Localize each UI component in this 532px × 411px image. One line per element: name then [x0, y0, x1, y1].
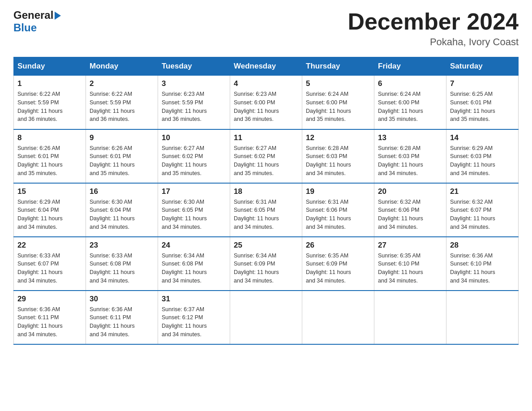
day-number: 26 [306, 241, 370, 250]
calendar-cell: 16 Sunrise: 6:30 AM Sunset: 6:04 PM Dayl… [86, 183, 158, 237]
weekday-header-sunday: Sunday [14, 57, 86, 76]
calendar-cell [446, 291, 519, 344]
weekday-header-saturday: Saturday [446, 57, 519, 76]
calendar-cell: 10 Sunrise: 6:27 AM Sunset: 6:02 PM Dayl… [158, 129, 230, 183]
day-number: 9 [90, 133, 154, 142]
day-info: Sunrise: 6:36 AM Sunset: 6:11 PM Dayligh… [90, 306, 135, 338]
calendar-table: SundayMondayTuesdayWednesdayThursdayFrid… [13, 57, 519, 345]
day-info: Sunrise: 6:22 AM Sunset: 5:59 PM Dayligh… [17, 91, 63, 122]
day-number: 21 [450, 187, 515, 196]
logo: General Blue [13, 9, 61, 34]
calendar-cell: 26 Sunrise: 6:35 AM Sunset: 6:09 PM Dayl… [302, 237, 374, 291]
weekday-header-friday: Friday [374, 57, 446, 76]
calendar-cell: 8 Sunrise: 6:26 AM Sunset: 6:01 PM Dayli… [14, 129, 86, 183]
day-number: 28 [450, 241, 515, 250]
day-number: 1 [17, 79, 82, 88]
day-info: Sunrise: 6:24 AM Sunset: 6:00 PM Dayligh… [378, 91, 423, 122]
calendar-cell: 5 Sunrise: 6:24 AM Sunset: 6:00 PM Dayli… [302, 76, 374, 129]
day-info: Sunrise: 6:25 AM Sunset: 6:01 PM Dayligh… [450, 91, 495, 122]
calendar-week-1: 1 Sunrise: 6:22 AM Sunset: 5:59 PM Dayli… [14, 76, 519, 129]
calendar-cell: 12 Sunrise: 6:28 AM Sunset: 6:03 PM Dayl… [302, 129, 374, 183]
calendar-week-5: 29 Sunrise: 6:36 AM Sunset: 6:11 PM Dayl… [14, 291, 519, 344]
day-info: Sunrise: 6:23 AM Sunset: 5:59 PM Dayligh… [162, 91, 207, 122]
day-number: 7 [450, 79, 515, 88]
calendar-cell: 15 Sunrise: 6:29 AM Sunset: 6:04 PM Dayl… [14, 183, 86, 237]
day-number: 30 [90, 295, 154, 304]
weekday-header-monday: Monday [86, 57, 158, 76]
calendar-week-2: 8 Sunrise: 6:26 AM Sunset: 6:01 PM Dayli… [14, 129, 519, 183]
day-number: 24 [162, 241, 226, 250]
day-info: Sunrise: 6:30 AM Sunset: 6:04 PM Dayligh… [90, 199, 135, 230]
day-info: Sunrise: 6:31 AM Sunset: 6:05 PM Dayligh… [234, 199, 279, 230]
weekday-header-wednesday: Wednesday [230, 57, 302, 76]
calendar-cell: 2 Sunrise: 6:22 AM Sunset: 5:59 PM Dayli… [86, 76, 158, 129]
calendar-cell: 21 Sunrise: 6:32 AM Sunset: 6:07 PM Dayl… [446, 183, 519, 237]
day-number: 3 [162, 79, 226, 88]
calendar-cell: 6 Sunrise: 6:24 AM Sunset: 6:00 PM Dayli… [374, 76, 446, 129]
day-number: 6 [378, 79, 442, 88]
weekday-header-row: SundayMondayTuesdayWednesdayThursdayFrid… [14, 57, 519, 76]
day-number: 17 [162, 187, 226, 196]
day-info: Sunrise: 6:27 AM Sunset: 6:02 PM Dayligh… [234, 145, 279, 176]
day-info: Sunrise: 6:24 AM Sunset: 6:00 PM Dayligh… [306, 91, 351, 122]
logo-blue-text: Blue [13, 21, 37, 34]
day-number: 18 [234, 187, 298, 196]
day-info: Sunrise: 6:29 AM Sunset: 6:04 PM Dayligh… [17, 199, 63, 230]
calendar-cell: 4 Sunrise: 6:23 AM Sunset: 6:00 PM Dayli… [230, 76, 302, 129]
day-number: 31 [162, 295, 226, 304]
weekday-header-thursday: Thursday [302, 57, 374, 76]
day-info: Sunrise: 6:33 AM Sunset: 6:08 PM Dayligh… [90, 253, 135, 284]
day-number: 27 [378, 241, 442, 250]
day-info: Sunrise: 6:36 AM Sunset: 6:11 PM Dayligh… [17, 306, 63, 338]
day-info: Sunrise: 6:31 AM Sunset: 6:06 PM Dayligh… [306, 199, 351, 230]
day-number: 19 [306, 187, 370, 196]
calendar-cell: 11 Sunrise: 6:27 AM Sunset: 6:02 PM Dayl… [230, 129, 302, 183]
day-info: Sunrise: 6:28 AM Sunset: 6:03 PM Dayligh… [378, 145, 423, 176]
day-number: 2 [90, 79, 154, 88]
calendar-cell: 30 Sunrise: 6:36 AM Sunset: 6:11 PM Dayl… [86, 291, 158, 344]
calendar-cell: 3 Sunrise: 6:23 AM Sunset: 5:59 PM Dayli… [158, 76, 230, 129]
calendar-cell: 27 Sunrise: 6:35 AM Sunset: 6:10 PM Dayl… [374, 237, 446, 291]
day-number: 15 [17, 187, 82, 196]
day-number: 16 [90, 187, 154, 196]
calendar-cell: 13 Sunrise: 6:28 AM Sunset: 6:03 PM Dayl… [374, 129, 446, 183]
calendar-cell: 20 Sunrise: 6:32 AM Sunset: 6:06 PM Dayl… [374, 183, 446, 237]
calendar-cell: 7 Sunrise: 6:25 AM Sunset: 6:01 PM Dayli… [446, 76, 519, 129]
day-number: 13 [378, 133, 442, 142]
day-info: Sunrise: 6:26 AM Sunset: 6:01 PM Dayligh… [17, 145, 63, 176]
title-section: December 2024 Pokaha, Ivory Coast [348, 9, 519, 48]
day-info: Sunrise: 6:33 AM Sunset: 6:07 PM Dayligh… [17, 253, 63, 284]
weekday-header-tuesday: Tuesday [158, 57, 230, 76]
calendar-cell: 29 Sunrise: 6:36 AM Sunset: 6:11 PM Dayl… [14, 291, 86, 344]
calendar-cell: 17 Sunrise: 6:30 AM Sunset: 6:05 PM Dayl… [158, 183, 230, 237]
day-info: Sunrise: 6:28 AM Sunset: 6:03 PM Dayligh… [306, 145, 351, 176]
day-info: Sunrise: 6:36 AM Sunset: 6:10 PM Dayligh… [450, 253, 495, 284]
calendar-cell: 28 Sunrise: 6:36 AM Sunset: 6:10 PM Dayl… [446, 237, 519, 291]
calendar-week-3: 15 Sunrise: 6:29 AM Sunset: 6:04 PM Dayl… [14, 183, 519, 237]
calendar-cell [302, 291, 374, 344]
day-number: 29 [17, 295, 82, 304]
day-info: Sunrise: 6:35 AM Sunset: 6:10 PM Dayligh… [378, 253, 423, 284]
day-info: Sunrise: 6:34 AM Sunset: 6:09 PM Dayligh… [234, 253, 279, 284]
day-info: Sunrise: 6:30 AM Sunset: 6:05 PM Dayligh… [162, 199, 207, 230]
calendar-cell: 31 Sunrise: 6:37 AM Sunset: 6:12 PM Dayl… [158, 291, 230, 344]
day-info: Sunrise: 6:32 AM Sunset: 6:06 PM Dayligh… [378, 199, 423, 230]
day-number: 8 [17, 133, 82, 142]
calendar-cell [374, 291, 446, 344]
day-number: 14 [450, 133, 515, 142]
day-number: 5 [306, 79, 370, 88]
day-info: Sunrise: 6:32 AM Sunset: 6:07 PM Dayligh… [450, 199, 495, 230]
day-info: Sunrise: 6:27 AM Sunset: 6:02 PM Dayligh… [162, 145, 207, 176]
calendar-cell: 25 Sunrise: 6:34 AM Sunset: 6:09 PM Dayl… [230, 237, 302, 291]
day-info: Sunrise: 6:26 AM Sunset: 6:01 PM Dayligh… [90, 145, 135, 176]
day-number: 12 [306, 133, 370, 142]
calendar-cell: 18 Sunrise: 6:31 AM Sunset: 6:05 PM Dayl… [230, 183, 302, 237]
calendar-cell: 23 Sunrise: 6:33 AM Sunset: 6:08 PM Dayl… [86, 237, 158, 291]
calendar-cell: 9 Sunrise: 6:26 AM Sunset: 6:01 PM Dayli… [86, 129, 158, 183]
calendar-cell: 24 Sunrise: 6:34 AM Sunset: 6:08 PM Dayl… [158, 237, 230, 291]
calendar-cell: 1 Sunrise: 6:22 AM Sunset: 5:59 PM Dayli… [14, 76, 86, 129]
page-header: General Blue December 2024 Pokaha, Ivory… [13, 9, 519, 48]
day-number: 11 [234, 133, 298, 142]
logo-general-text: General [13, 9, 53, 21]
day-number: 20 [378, 187, 442, 196]
